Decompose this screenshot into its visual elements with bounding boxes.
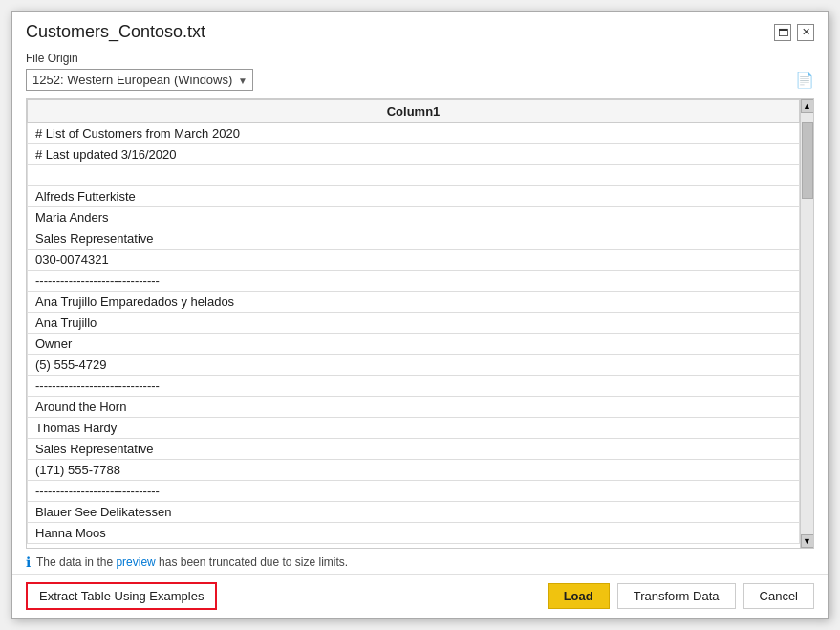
table-cell: Alfreds Futterkiste	[28, 186, 800, 207]
table-cell: (5) 555-4729	[28, 355, 800, 376]
scroll-up-button[interactable]: ▲	[801, 99, 814, 113]
table-cell: Around the Horn	[28, 397, 800, 418]
table-scroll[interactable]: Column1 # List of Customers from March 2…	[27, 99, 800, 548]
table-cell: Maria Anders	[28, 207, 800, 228]
table-cell: ------------------------------	[28, 481, 800, 502]
table-cell: ------------------------------	[28, 376, 800, 397]
table-row: ------------------------------	[28, 376, 800, 397]
table-cell: 030-0074321	[28, 250, 800, 271]
scroll-thumb[interactable]	[802, 122, 813, 199]
document-icon: 📄	[795, 71, 814, 89]
table-cell: Ana Trujillo Emparedados y helados	[28, 292, 800, 313]
extract-table-button[interactable]: Extract Table Using Examples	[26, 582, 217, 610]
scroll-down-button[interactable]: ▼	[801, 534, 814, 548]
table-row: ------------------------------	[28, 271, 800, 292]
cancel-button[interactable]: Cancel	[743, 583, 814, 609]
table-cell: # Last updated 3/16/2020	[28, 144, 800, 165]
table-row: (5) 555-4729	[28, 355, 800, 376]
load-button[interactable]: Load	[548, 583, 610, 609]
table-row: 030-0074321	[28, 250, 800, 271]
table-row: Around the Horn	[28, 397, 800, 418]
info-bar: ℹ The data in the preview has been trunc…	[26, 549, 814, 574]
table-cell: Hanna Moos	[28, 523, 800, 544]
table-cell: ------------------------------	[28, 271, 800, 292]
table-cell: (171) 555-7788	[28, 460, 800, 481]
dialog-title: Customers_Contoso.txt	[26, 22, 205, 42]
table-row: ------------------------------	[28, 481, 800, 502]
table-row: Ana Trujillo	[28, 313, 800, 334]
title-bar: Customers_Contoso.txt 🗖 ✕	[12, 12, 828, 48]
table-row: Hanna Moos	[28, 523, 800, 544]
info-text-after: has been truncated due to size limits.	[156, 555, 348, 569]
footer-right-buttons: Load Transform Data Cancel	[548, 583, 814, 609]
table-cell: Blauer See Delikatessen	[28, 502, 800, 523]
table-row: Ana Trujillo Emparedados y helados	[28, 292, 800, 313]
column-header: Column1	[28, 100, 800, 123]
file-origin-row: 1252: Western European (Windows) 65001: …	[26, 69, 814, 91]
table-row: Sales Representative	[28, 228, 800, 250]
content-area: File Origin 1252: Western European (Wind…	[12, 48, 828, 574]
title-controls: 🗖 ✕	[774, 24, 814, 41]
table-row: (171) 555-7788	[28, 460, 800, 481]
table-row: Thomas Hardy	[28, 418, 800, 439]
table-row: Alfreds Futterkiste	[28, 186, 800, 207]
dialog: Customers_Contoso.txt 🗖 ✕ File Origin 12…	[11, 11, 829, 619]
table-cell: Thomas Hardy	[28, 418, 800, 439]
info-text: The data in the preview has been truncat…	[36, 555, 348, 569]
custom-scrollbar: ▲ ▼	[800, 99, 813, 548]
data-table: Column1 # List of Customers from March 2…	[27, 99, 800, 544]
table-wrapper: Column1 # List of Customers from March 2…	[26, 98, 814, 549]
table-cell: # List of Customers from March 2020	[28, 123, 800, 144]
table-row: # Last updated 3/16/2020	[28, 144, 800, 165]
table-cell: Sales Representative	[28, 228, 800, 250]
close-button[interactable]: ✕	[797, 24, 814, 41]
table-cell: Sales Representative	[28, 439, 800, 460]
table-row: Maria Anders	[28, 207, 800, 228]
table-cell: Ana Trujillo	[28, 313, 800, 334]
table-row: Blauer See Delikatessen	[28, 502, 800, 523]
file-origin-select[interactable]: 1252: Western European (Windows) 65001: …	[26, 69, 253, 91]
scroll-track	[801, 113, 814, 534]
file-origin-select-wrapper: 1252: Western European (Windows) 65001: …	[26, 69, 253, 91]
table-row	[28, 165, 800, 186]
table-row: Owner	[28, 334, 800, 355]
table-cell: Owner	[28, 334, 800, 355]
footer: Extract Table Using Examples Load Transf…	[12, 574, 828, 618]
minimize-button[interactable]: 🗖	[774, 24, 791, 41]
file-origin-label: File Origin	[26, 52, 814, 65]
info-text-before: The data in the	[36, 555, 116, 569]
table-row: Sales Representative	[28, 439, 800, 460]
preview-link[interactable]: preview	[116, 555, 155, 569]
table-cell	[28, 165, 800, 186]
table-row: # List of Customers from March 2020	[28, 123, 800, 144]
info-icon: ℹ	[26, 554, 31, 570]
transform-data-button[interactable]: Transform Data	[617, 583, 736, 609]
